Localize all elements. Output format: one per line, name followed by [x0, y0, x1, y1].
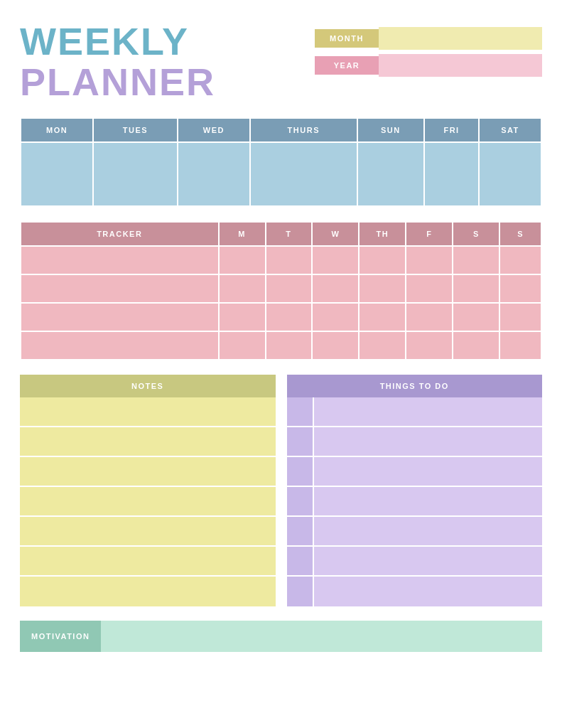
todo-checkbox[interactable]	[287, 457, 314, 486]
tracker-cell[interactable]	[406, 303, 453, 331]
week-cell-mon[interactable]	[21, 142, 93, 206]
tracker-cell[interactable]	[453, 246, 499, 274]
tracker-cell[interactable]	[359, 303, 406, 331]
todo-text[interactable]	[314, 547, 543, 575]
tracker-day-th: TH	[359, 222, 406, 246]
tracker-row	[21, 303, 541, 331]
tracker-cell[interactable]	[312, 303, 359, 331]
motivation-row: MOTIVATION	[20, 621, 542, 652]
tracker-cell[interactable]	[312, 246, 359, 274]
tracker-cell[interactable]	[219, 303, 266, 331]
tracker-row-label[interactable]	[21, 303, 219, 331]
tracker-cell[interactable]	[359, 246, 406, 274]
notes-rows	[20, 397, 276, 606]
tracker-row-label[interactable]	[21, 274, 219, 303]
todo-row	[287, 487, 543, 517]
week-day-tues: TUES	[93, 118, 178, 142]
todo-text[interactable]	[314, 577, 543, 606]
tracker-row-label[interactable]	[21, 331, 219, 360]
tracker-day-s: S	[453, 222, 499, 246]
tracker-cell[interactable]	[499, 303, 541, 331]
month-row: MONTH	[315, 27, 542, 50]
tracker-row	[21, 331, 541, 360]
month-label: MONTH	[315, 29, 379, 48]
todo-text[interactable]	[314, 487, 543, 515]
todo-row	[287, 517, 543, 547]
todo-text[interactable]	[314, 427, 543, 456]
notes-row[interactable]	[20, 577, 276, 606]
todo-checkbox[interactable]	[287, 577, 314, 606]
year-row: YEAR	[315, 54, 542, 77]
tracker-cell[interactable]	[499, 331, 541, 360]
tracker-section: TRACKERMTWTHFSS	[20, 221, 542, 360]
notes-row[interactable]	[20, 397, 276, 427]
week-cell-thurs[interactable]	[250, 142, 357, 206]
title-weekly: WEEKLY	[20, 21, 215, 62]
week-day-wed: WED	[178, 118, 250, 142]
tracker-cell[interactable]	[453, 274, 499, 303]
year-value[interactable]	[379, 54, 542, 77]
tracker-cell[interactable]	[266, 246, 313, 274]
todo-text[interactable]	[314, 397, 543, 426]
week-day-thurs: THURS	[250, 118, 357, 142]
tracker-cell[interactable]	[312, 331, 359, 360]
week-cell-wed[interactable]	[178, 142, 250, 206]
tracker-cell[interactable]	[499, 246, 541, 274]
tracker-row-label[interactable]	[21, 246, 219, 274]
week-cell-sun[interactable]	[357, 142, 424, 206]
tracker-cell[interactable]	[406, 246, 453, 274]
todo-checkbox[interactable]	[287, 427, 314, 456]
tracker-table: TRACKERMTWTHFSS	[20, 221, 542, 360]
todo-row	[287, 397, 543, 427]
tracker-cell[interactable]	[359, 274, 406, 303]
notes-row[interactable]	[20, 427, 276, 457]
tracker-cell[interactable]	[266, 331, 313, 360]
notes-row[interactable]	[20, 487, 276, 517]
week-cell-tues[interactable]	[93, 142, 178, 206]
notes-row[interactable]	[20, 457, 276, 487]
week-day-sun: SUN	[357, 118, 424, 142]
tracker-label-header: TRACKER	[21, 222, 219, 246]
tracker-row	[21, 274, 541, 303]
todo-block: THINGS TO DO	[287, 375, 543, 606]
todo-text[interactable]	[314, 457, 543, 486]
tracker-header-row: TRACKERMTWTHFSS	[21, 222, 541, 246]
todo-text[interactable]	[314, 517, 543, 545]
tracker-day-w: W	[312, 222, 359, 246]
title-block: WEEKLY PLANNER	[20, 21, 215, 102]
todo-checkbox[interactable]	[287, 547, 314, 575]
todo-row	[287, 577, 543, 606]
tracker-cell[interactable]	[453, 303, 499, 331]
tracker-cell[interactable]	[219, 246, 266, 274]
month-value[interactable]	[379, 27, 542, 50]
tracker-cell[interactable]	[312, 274, 359, 303]
tracker-row	[21, 246, 541, 274]
todo-row	[287, 547, 543, 577]
tracker-day-s: S	[499, 222, 541, 246]
todo-row	[287, 457, 543, 487]
tracker-cell[interactable]	[406, 331, 453, 360]
tracker-cell[interactable]	[266, 303, 313, 331]
tracker-cell[interactable]	[406, 274, 453, 303]
month-year-block: MONTH YEAR	[315, 27, 542, 77]
tracker-cell[interactable]	[359, 331, 406, 360]
tracker-cell[interactable]	[219, 274, 266, 303]
todo-checkbox[interactable]	[287, 487, 314, 515]
week-day-mon: MON	[21, 118, 93, 142]
todo-checkbox[interactable]	[287, 517, 314, 545]
week-cell-sat[interactable]	[479, 142, 541, 206]
tracker-cell[interactable]	[219, 331, 266, 360]
notes-row[interactable]	[20, 547, 276, 577]
tracker-day-f: F	[406, 222, 453, 246]
motivation-content[interactable]	[101, 621, 542, 652]
tracker-cell[interactable]	[453, 331, 499, 360]
tracker-body	[21, 246, 541, 360]
week-header-row: MONTUESWEDTHURSSUNFRISAT	[21, 118, 541, 142]
tracker-cell[interactable]	[499, 274, 541, 303]
tracker-day-t: T	[266, 222, 313, 246]
todo-checkbox[interactable]	[287, 397, 314, 426]
week-cell-fri[interactable]	[424, 142, 479, 206]
title-planner: PLANNER	[20, 62, 215, 102]
tracker-cell[interactable]	[266, 274, 313, 303]
notes-row[interactable]	[20, 517, 276, 547]
